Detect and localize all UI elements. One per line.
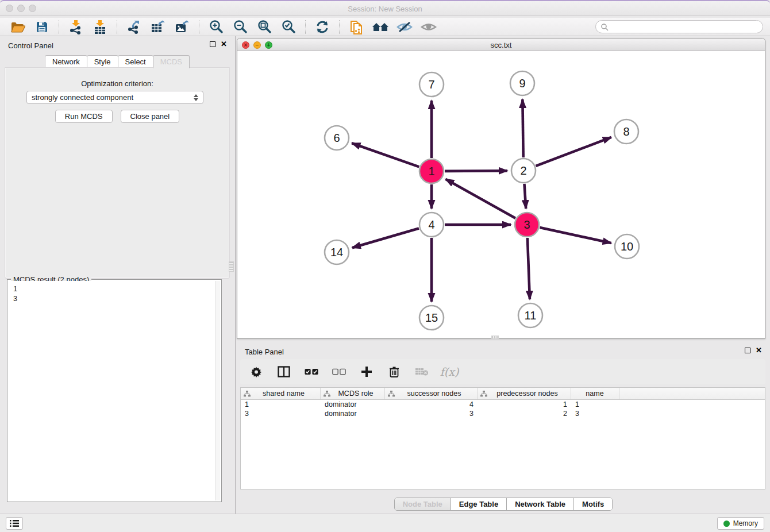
node-label-7: 7 — [428, 78, 434, 91]
node-label-15: 15 — [425, 311, 438, 324]
select-all-checkboxes-icon[interactable] — [305, 365, 318, 379]
window-title: Session: New Session — [0, 5, 770, 13]
table-header-row: shared nameMCDS rolesuccessor nodesprede… — [241, 388, 765, 400]
criterion-select[interactable]: strongly connected component — [26, 91, 203, 104]
search-field[interactable] — [595, 20, 763, 33]
export-network-icon[interactable] — [124, 19, 144, 35]
result-scrollbar[interactable] — [215, 281, 220, 500]
export-image-icon[interactable] — [172, 19, 192, 35]
tab-edge-table[interactable]: Edge Table — [451, 498, 507, 510]
search-input[interactable] — [609, 23, 763, 31]
cell-name[interactable]: 3 — [571, 410, 619, 418]
copy-view-icon[interactable] — [346, 19, 366, 35]
edge-3-11[interactable] — [528, 238, 530, 299]
cell-MCDS-role[interactable]: dominator — [321, 410, 385, 418]
cell-name[interactable]: 1 — [571, 400, 619, 408]
split-columns-icon[interactable] — [277, 365, 291, 379]
zoom-selected-icon[interactable] — [279, 19, 298, 35]
open-session-icon[interactable] — [8, 19, 28, 35]
network-canvas[interactable]: 1234678910111415 — [237, 51, 765, 338]
edge-3-1[interactable] — [445, 179, 515, 218]
float-panel-icon[interactable] — [210, 41, 215, 47]
table-tabs-bar: Node TableEdge TableNetwork TableMotifs — [237, 494, 770, 514]
deselect-checkboxes-icon[interactable] — [332, 365, 346, 379]
zoom-out-icon[interactable] — [230, 19, 250, 35]
column-header-name[interactable]: name — [571, 388, 619, 399]
delete-table-icon[interactable] — [415, 365, 429, 379]
float-table-panel-icon[interactable] — [745, 348, 750, 353]
zoom-in-icon[interactable] — [206, 19, 226, 35]
delete-column-icon[interactable] — [387, 365, 401, 379]
memory-button[interactable]: Memory — [717, 517, 764, 530]
tab-network-table[interactable]: Network Table — [507, 498, 574, 510]
optimization-criterion-label: Optimization criterion: — [5, 79, 229, 88]
column-header-MCDS-role[interactable]: MCDS role — [321, 388, 385, 399]
search-icon — [600, 23, 609, 31]
criterion-value: strongly connected component — [32, 93, 133, 102]
network-window-titlebar[interactable]: × − + scc.txt — [237, 38, 765, 51]
column-header-shared-name[interactable]: shared name — [241, 388, 321, 399]
splitter-grip[interactable] — [229, 261, 234, 272]
node-label-4: 4 — [428, 218, 434, 231]
memory-status-icon — [723, 521, 730, 527]
import-network-icon[interactable] — [66, 19, 86, 35]
edge-1-2[interactable] — [445, 171, 507, 171]
cell-shared-name[interactable]: 3 — [241, 410, 321, 418]
control-panel-tabs: NetworkStyleSelectMCDS — [45, 55, 189, 68]
home-layout-icon[interactable] — [371, 19, 390, 35]
cell-predecessor-nodes[interactable]: 1 — [478, 400, 571, 408]
edge-2-8[interactable] — [536, 137, 611, 166]
edge-2-3[interactable] — [524, 184, 526, 209]
canvas-resize-grip[interactable] — [491, 336, 499, 339]
import-table-icon[interactable] — [90, 19, 110, 35]
tab-select[interactable]: Select — [118, 55, 153, 68]
table-panel-title: Table Panel — [245, 348, 284, 356]
cell-successor-nodes[interactable]: 4 — [385, 400, 478, 408]
mcds-result-text[interactable]: 1 3 — [9, 281, 214, 500]
table-row[interactable]: 1dominator411 — [241, 400, 765, 409]
node-label-6: 6 — [333, 132, 340, 144]
list-icon — [10, 519, 19, 527]
tab-network[interactable]: Network — [45, 55, 87, 68]
cell-shared-name[interactable]: 1 — [241, 400, 321, 408]
control-panel-title: Control Panel — [8, 41, 53, 50]
close-panel-button[interactable]: Close panel — [121, 110, 180, 123]
add-column-icon[interactable] — [360, 365, 374, 379]
refresh-layout-icon[interactable] — [313, 19, 332, 35]
show-all-icon[interactable] — [419, 19, 438, 35]
panel-splitter[interactable] — [235, 36, 236, 514]
export-table-icon[interactable] — [148, 19, 168, 35]
hide-selected-icon[interactable] — [395, 19, 414, 35]
column-header-successor-nodes[interactable]: successor nodes — [385, 388, 478, 399]
cell-predecessor-nodes[interactable]: 2 — [478, 410, 571, 418]
edge-4-14[interactable] — [352, 228, 419, 248]
zoom-fit-icon[interactable] — [255, 19, 274, 35]
edge-3-10[interactable] — [540, 228, 611, 243]
close-table-panel-icon[interactable]: ✕ — [756, 348, 762, 353]
cell-MCDS-role[interactable]: dominator — [321, 400, 385, 408]
memory-label: Memory — [733, 519, 758, 527]
run-mcds-button[interactable]: Run MCDS — [55, 110, 113, 123]
window-titlebar: Session: New Session — [0, 0, 770, 16]
save-session-icon[interactable] — [32, 19, 52, 35]
node-label-2: 2 — [520, 164, 526, 177]
mcds-result-group: MCDS result (2 nodes) 1 3 — [7, 279, 222, 502]
tab-motifs[interactable]: Motifs — [574, 498, 612, 510]
tab-style[interactable]: Style — [87, 55, 118, 68]
task-history-button[interactable] — [6, 517, 23, 530]
tab-mcds[interactable]: MCDS — [153, 55, 190, 68]
edge-2-9[interactable] — [522, 99, 523, 157]
toolbar-separator — [59, 20, 59, 34]
edge-1-6[interactable] — [352, 143, 419, 167]
network-graph[interactable]: 1234678910111415 — [237, 51, 765, 338]
node-label-14: 14 — [330, 246, 343, 259]
column-header-predecessor-nodes[interactable]: predecessor nodes — [478, 388, 571, 399]
node-label-9: 9 — [519, 77, 525, 90]
tab-node-table[interactable]: Node Table — [395, 498, 451, 510]
table-row[interactable]: 3dominator323 — [241, 409, 765, 418]
close-panel-icon[interactable]: ✕ — [221, 41, 227, 47]
settings-gear-icon[interactable] — [249, 365, 263, 379]
node-label-1: 1 — [428, 165, 434, 178]
cell-successor-nodes[interactable]: 3 — [385, 410, 478, 418]
function-builder-icon[interactable]: f(x) — [442, 365, 456, 379]
